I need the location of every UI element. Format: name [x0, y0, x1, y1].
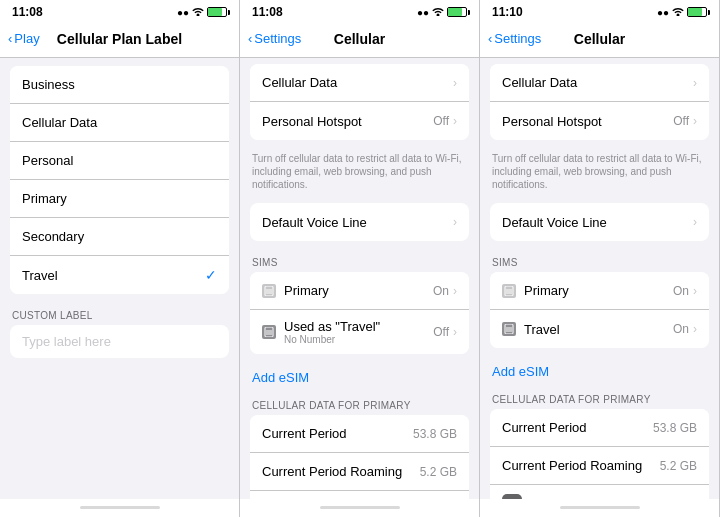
status-time-1: 11:08 — [12, 5, 43, 19]
sim-primary-right-2: On › — [673, 284, 697, 298]
system-services-1[interactable]: System Services 8.2 GB › — [250, 491, 469, 499]
data-usage-group-2: Current Period 53.8 GB Current Period Ro… — [490, 409, 709, 499]
back-arrow-2: ‹ — [248, 31, 252, 46]
panel-cellular-1: 11:08 ●● ‹ Settings Cellular Cellular Da… — [240, 0, 480, 517]
sim-primary-2[interactable]: Primary On › — [490, 272, 709, 310]
current-period-label-1: Current Period — [262, 426, 347, 441]
current-period-value-1: 53.8 GB — [413, 427, 457, 441]
custom-label-input[interactable]: Type label here — [10, 325, 229, 358]
cellular-data-label-2: Cellular Data — [502, 75, 577, 90]
sim-primary-chevron-1: › — [453, 284, 457, 298]
add-esim-1[interactable]: Add eSIM — [252, 370, 309, 385]
bottom-bar-2 — [240, 499, 479, 517]
roaming-value-1: 5.2 GB — [420, 465, 457, 479]
list-item-business[interactable]: Business — [10, 66, 229, 104]
custom-label-section: CUSTOM LABEL Type label here — [10, 302, 229, 358]
plan-label-list: Business Cellular Data Personal Primary … — [10, 66, 229, 294]
sim-travel-value-1: Off — [433, 325, 449, 339]
system-services-2[interactable]: System Services 8.2 GB › — [490, 485, 709, 499]
voice-chevron-2: › — [693, 215, 697, 229]
nav-bar-2: ‹ Settings Cellular — [240, 22, 479, 58]
sim-icon-primary-1 — [262, 284, 276, 298]
custom-label-placeholder: Type label here — [22, 334, 111, 349]
home-indicator-1 — [80, 506, 160, 509]
cellular-data-header-2: CELLULAR DATA FOR PRIMARY — [480, 386, 719, 409]
sim-primary-1[interactable]: Primary On › — [250, 272, 469, 310]
hotspot-chevron-1: › — [453, 114, 457, 128]
back-label-2: Settings — [254, 31, 301, 46]
back-button-3[interactable]: ‹ Settings — [488, 31, 541, 46]
battery-icon-3 — [687, 7, 707, 17]
sim-travel-stack-1: Used as "Travel" No Number — [284, 319, 380, 345]
sim-travel-chevron-2: › — [693, 322, 697, 336]
sims-header-1: SIMs — [240, 249, 479, 272]
personal-hotspot-label-2: Personal Hotspot — [502, 114, 602, 129]
list-item-travel[interactable]: Travel ✓ — [10, 256, 229, 294]
voice-line-group-1: Default Voice Line › — [250, 203, 469, 241]
battery-icon-1 — [207, 7, 227, 17]
personal-hotspot-item-1[interactable]: Personal Hotspot Off › — [250, 102, 469, 140]
voice-chevron-1: › — [453, 215, 457, 229]
status-icons-3: ●● — [657, 6, 707, 18]
battery-icon-2 — [447, 7, 467, 17]
roaming-label-2: Current Period Roaming — [502, 458, 642, 473]
label-cellular-data: Cellular Data — [22, 115, 97, 130]
sim-primary-left-2: Primary — [502, 283, 569, 298]
hotspot-right-2: Off › — [673, 114, 697, 128]
cellular-data-item-2[interactable]: Cellular Data › — [490, 64, 709, 102]
sims-header-2: SIMs — [480, 249, 719, 272]
list-item-cellular-data[interactable]: Cellular Data — [10, 104, 229, 142]
roaming-label-1: Current Period Roaming — [262, 464, 402, 479]
sim-travel-right-1: Off › — [433, 325, 457, 339]
label-secondary: Secondary — [22, 229, 84, 244]
sim-travel-value-2: On — [673, 322, 689, 336]
current-period-label-2: Current Period — [502, 420, 587, 435]
sim-primary-chevron-2: › — [693, 284, 697, 298]
sim-travel-1[interactable]: Used as "Travel" No Number Off › — [250, 310, 469, 354]
wifi-icon-3 — [672, 6, 684, 18]
list-item-primary[interactable]: Primary — [10, 180, 229, 218]
sim-primary-right-1: On › — [433, 284, 457, 298]
signal-icon-1: ●● — [177, 7, 189, 18]
check-travel: ✓ — [205, 267, 217, 283]
roaming-value-2: 5.2 GB — [660, 459, 697, 473]
current-period-2: Current Period 53.8 GB — [490, 409, 709, 447]
nav-title-2: Cellular — [334, 31, 385, 47]
current-period-value-2: 53.8 GB — [653, 421, 697, 435]
back-label-1: Play — [14, 31, 39, 46]
sim-travel-right-2: On › — [673, 322, 697, 336]
list-item-secondary[interactable]: Secondary — [10, 218, 229, 256]
bottom-bar-3 — [480, 499, 719, 517]
back-button-2[interactable]: ‹ Settings — [248, 31, 301, 46]
data-usage-group-1: Current Period 53.8 GB Current Period Ro… — [250, 415, 469, 499]
status-icons-2: ●● — [417, 6, 467, 18]
cellular-data-header-1: CELLULAR DATA FOR PRIMARY — [240, 392, 479, 415]
plan-label-content: Business Cellular Data Personal Primary … — [0, 58, 239, 499]
default-voice-item-2[interactable]: Default Voice Line › — [490, 203, 709, 241]
back-arrow-3: ‹ — [488, 31, 492, 46]
add-esim-2[interactable]: Add eSIM — [492, 364, 549, 379]
list-item-personal[interactable]: Personal — [10, 142, 229, 180]
top-items-group-2: Cellular Data › Personal Hotspot Off › — [490, 64, 709, 140]
svg-rect-11 — [506, 327, 512, 332]
hotspot-value-2: Off — [673, 114, 689, 128]
hotspot-chevron-2: › — [693, 114, 697, 128]
cellular-data-label-1: Cellular Data — [262, 75, 337, 90]
label-business: Business — [22, 77, 75, 92]
default-voice-item-1[interactable]: Default Voice Line › — [250, 203, 469, 241]
cellular-content-2: Cellular Data › Personal Hotspot Off › T… — [480, 58, 719, 499]
cellular-data-chevron-1: › — [453, 76, 457, 90]
sim-travel-sublabel-1: No Number — [284, 334, 380, 345]
status-time-2: 11:08 — [252, 5, 283, 19]
sims-group-1: Primary On › Used as "Travel" No Number — [250, 272, 469, 354]
sim-travel-left-2: Travel — [502, 322, 560, 337]
current-period-roaming-2: Current Period Roaming 5.2 GB — [490, 447, 709, 485]
personal-hotspot-item-2[interactable]: Personal Hotspot Off › — [490, 102, 709, 140]
nav-bar-1: ‹ Play Cellular Plan Label — [0, 22, 239, 58]
panel-cellular-2: 11:10 ●● ‹ Settings Cellular Cellular Da… — [480, 0, 720, 517]
back-button-1[interactable]: ‹ Play — [8, 31, 40, 46]
svg-rect-1 — [266, 289, 272, 294]
cellular-data-item-1[interactable]: Cellular Data › — [250, 64, 469, 102]
sim-travel-2[interactable]: Travel On › — [490, 310, 709, 348]
add-esim-container-2: Add eSIM — [480, 356, 719, 386]
